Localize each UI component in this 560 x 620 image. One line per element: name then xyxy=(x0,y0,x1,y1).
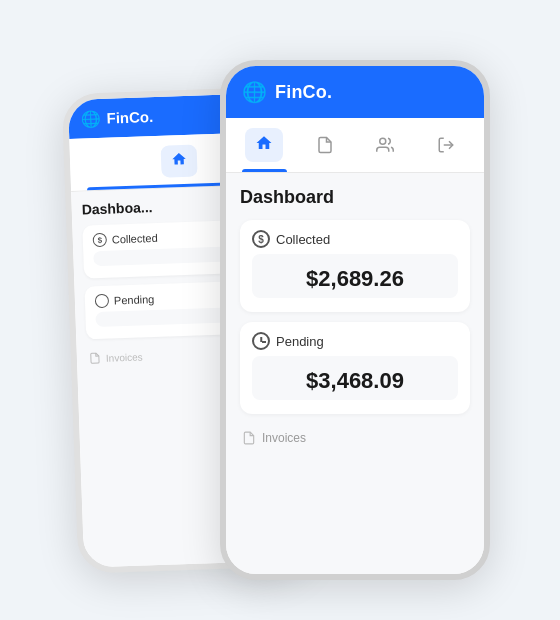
back-clock-icon xyxy=(95,294,109,308)
pending-card: Pending $3,468.09 xyxy=(240,322,470,414)
back-globe-icon: 🌐 xyxy=(80,109,101,129)
collected-amount: $2,689.26 xyxy=(260,258,450,294)
invoices-row[interactable]: Invoices xyxy=(240,424,470,448)
phone-front: 🌐 FinCo. xyxy=(220,60,490,580)
collected-card: $ Collected $2,689.26 xyxy=(240,220,470,312)
home-icon xyxy=(255,134,273,152)
app-header: 🌐 FinCo. xyxy=(226,66,484,118)
pending-label: Pending xyxy=(276,334,324,349)
back-doc-icon xyxy=(89,351,101,365)
tab-home[interactable] xyxy=(234,118,295,172)
pending-inner: $3,468.09 xyxy=(252,356,458,400)
app-title: FinCo. xyxy=(275,82,332,103)
pending-amount: $3,468.09 xyxy=(260,360,450,396)
tab-logout[interactable] xyxy=(416,118,477,172)
dollar-icon: $ xyxy=(252,230,270,248)
back-home-icon xyxy=(171,151,188,168)
globe-icon: 🌐 xyxy=(242,80,267,104)
page-title: Dashboard xyxy=(240,187,470,208)
invoices-label: Invoices xyxy=(262,431,306,445)
users-icon xyxy=(375,136,395,154)
phones-container: 🌐 FinCo. Dashboa... $ Collected xyxy=(70,30,490,590)
nav-tabs xyxy=(226,118,484,173)
tab-documents[interactable] xyxy=(295,118,356,172)
back-dollar-icon: $ xyxy=(93,233,107,247)
pending-label-row: Pending xyxy=(252,332,458,350)
collected-inner: $2,689.26 xyxy=(252,254,458,298)
invoices-doc-icon xyxy=(242,430,256,446)
tab-users[interactable] xyxy=(355,118,416,172)
documents-icon xyxy=(316,136,334,154)
logout-icon xyxy=(437,136,455,154)
collected-label: Collected xyxy=(276,232,330,247)
back-app-title: FinCo. xyxy=(106,108,153,127)
collected-label-row: $ Collected xyxy=(252,230,458,248)
clock-icon xyxy=(252,332,270,350)
svg-point-0 xyxy=(380,138,386,144)
main-content: Dashboard $ Collected $2,689.26 Pending xyxy=(226,173,484,580)
